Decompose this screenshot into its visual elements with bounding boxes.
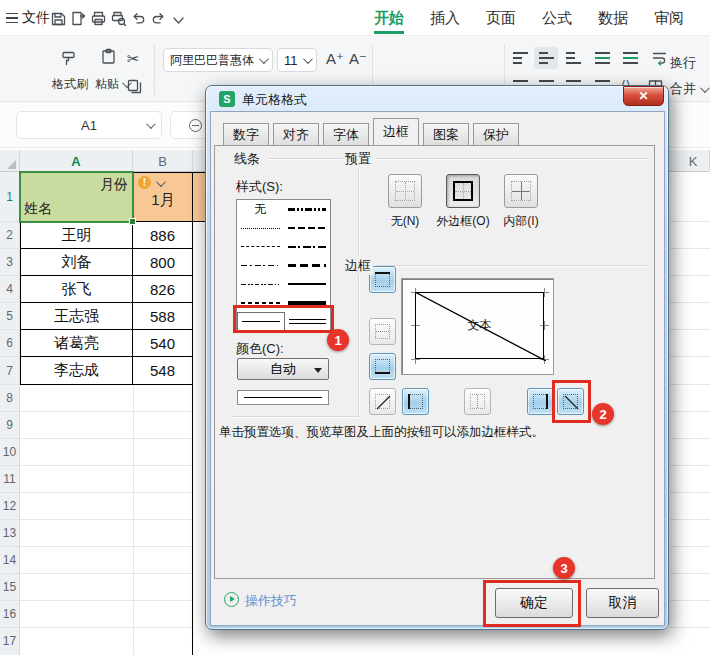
column-header-k[interactable]: K xyxy=(677,150,710,172)
cell-a1[interactable]: 月份 姓名 xyxy=(20,172,133,222)
gridline-row[interactable] xyxy=(670,601,710,628)
gridline-row[interactable] xyxy=(670,412,710,439)
line-style-dashed[interactable] xyxy=(237,294,284,313)
ok-button[interactable]: 确定 xyxy=(495,588,573,618)
gridline-row[interactable] xyxy=(670,439,710,466)
row-header-15[interactable]: 15 xyxy=(0,574,19,601)
undo-icon[interactable] xyxy=(130,10,147,27)
cell-value[interactable]: 800 xyxy=(133,249,193,275)
line-style-dashed-bold[interactable] xyxy=(284,256,331,275)
cell-c1-sliver[interactable] xyxy=(193,172,205,222)
chevron-down-icon[interactable] xyxy=(170,13,187,30)
color-dropdown[interactable]: 自动 xyxy=(237,358,329,380)
gridline-row[interactable] xyxy=(670,276,710,303)
gridline-row[interactable] xyxy=(670,303,710,330)
decrease-indent-icon[interactable] xyxy=(595,52,610,64)
cancel-button[interactable]: 取消 xyxy=(586,588,659,618)
line-style-none[interactable]: 无 xyxy=(237,200,284,219)
cell-name[interactable]: 王志强 xyxy=(21,303,133,329)
menu-tab-插入[interactable]: 插入 xyxy=(430,9,460,28)
dialog-tab-图案[interactable]: 图案 xyxy=(423,123,469,145)
increase-indent-icon[interactable] xyxy=(623,52,638,64)
font-size-combo[interactable]: 11 xyxy=(277,48,317,72)
font-name-combo[interactable]: 阿里巴巴普惠体 xyxy=(163,48,273,72)
border-right-button[interactable] xyxy=(527,388,554,415)
tips-link[interactable]: 操作技巧 xyxy=(245,592,297,610)
export-icon[interactable] xyxy=(70,10,87,27)
row-header-16[interactable]: 16 xyxy=(0,601,19,628)
dialog-tab-边框[interactable]: 边框 xyxy=(373,118,419,145)
border-bottom-button[interactable] xyxy=(369,353,396,380)
print-icon[interactable] xyxy=(90,10,107,27)
gridline-row[interactable] xyxy=(670,466,710,493)
gridline-row[interactable] xyxy=(670,330,710,357)
gridline-row[interactable] xyxy=(670,547,710,574)
gridline-row[interactable] xyxy=(670,574,710,601)
row-header-1[interactable]: 1 xyxy=(0,172,19,222)
cell-name[interactable]: 李志成 xyxy=(21,357,133,383)
cut-icon[interactable]: ✂ xyxy=(127,50,144,67)
line-style-dashed-med[interactable] xyxy=(284,219,331,238)
gridline-row[interactable] xyxy=(670,493,710,520)
row-header-11[interactable]: 11 xyxy=(0,466,19,493)
cell-name[interactable]: 诸葛亮 xyxy=(21,330,133,356)
format-painter-icon[interactable] xyxy=(60,50,77,67)
gridline-row[interactable] xyxy=(20,493,193,520)
dialog-tab-字体[interactable]: 字体 xyxy=(323,123,369,145)
gridline-row[interactable] xyxy=(670,385,710,412)
redo-icon[interactable] xyxy=(150,10,167,27)
border-preview-box[interactable]: 文本 xyxy=(401,278,554,375)
row-header-6[interactable]: 6 xyxy=(0,330,19,357)
preset-none-button[interactable] xyxy=(388,174,422,208)
row-header-8[interactable]: 8 xyxy=(0,385,19,412)
line-style-solid-bold[interactable] xyxy=(284,294,331,313)
border-inner-horizontal-button[interactable] xyxy=(369,318,396,345)
line-style-dash-dot-dot-med[interactable] xyxy=(284,200,331,219)
row-header-9[interactable]: 9 xyxy=(0,412,19,439)
decrease-font-button[interactable]: A⁻ xyxy=(349,50,367,68)
cell-name[interactable]: 刘备 xyxy=(21,249,133,275)
hamburger-menu-icon[interactable] xyxy=(6,13,18,23)
cell-value[interactable]: 826 xyxy=(133,276,193,302)
gridline-row[interactable] xyxy=(20,628,193,655)
line-style-solid-med[interactable] xyxy=(284,275,331,294)
line-style-dotted[interactable] xyxy=(237,219,284,238)
gridline-row[interactable] xyxy=(670,520,710,547)
increase-font-button[interactable]: A⁺ xyxy=(326,50,344,68)
align-middle-icon[interactable] xyxy=(539,52,554,64)
collapse-formula-bar-icon[interactable] xyxy=(189,119,202,132)
column-header-a[interactable]: A xyxy=(20,150,133,172)
line-style-double[interactable] xyxy=(285,312,331,331)
border-diagonal-down-button[interactable] xyxy=(557,388,584,415)
align-top-icon[interactable] xyxy=(513,52,528,64)
gridline-row[interactable] xyxy=(670,249,710,276)
preset-outline-button[interactable] xyxy=(446,174,480,208)
gridline-row[interactable] xyxy=(670,172,710,222)
paste-button[interactable]: 粘贴 xyxy=(95,76,129,93)
cell-value[interactable]: 886 xyxy=(133,222,193,248)
name-box[interactable]: A1 xyxy=(16,111,162,139)
row-header-4[interactable]: 4 xyxy=(0,276,19,303)
preset-inside-button[interactable] xyxy=(504,174,538,208)
dialog-tab-保护[interactable]: 保护 xyxy=(473,123,519,145)
dialog-tab-对齐[interactable]: 对齐 xyxy=(273,123,319,145)
align-bottom-icon[interactable] xyxy=(566,52,581,64)
merge-cells-button[interactable]: 合并 xyxy=(670,80,707,98)
gridline-row[interactable] xyxy=(670,628,710,655)
gridline-row[interactable] xyxy=(20,466,193,493)
line-style-dashed-fine[interactable] xyxy=(237,237,284,256)
border-inner-vertical-button[interactable] xyxy=(464,388,491,415)
row-header-7[interactable]: 7 xyxy=(0,357,19,384)
gridline-row[interactable] xyxy=(20,385,193,412)
fill-handle[interactable] xyxy=(129,218,136,225)
menu-tab-审阅[interactable]: 审阅 xyxy=(654,9,684,28)
print-preview-icon[interactable] xyxy=(110,10,127,27)
border-diagonal-up-button[interactable] xyxy=(369,388,396,415)
file-menu[interactable]: 文件 xyxy=(22,9,50,27)
cell-name[interactable]: 张飞 xyxy=(21,276,133,302)
gridline-row[interactable] xyxy=(20,574,193,601)
row-header-5[interactable]: 5 xyxy=(0,303,19,330)
cell-value[interactable]: 548 xyxy=(133,357,193,383)
menu-tab-开始[interactable]: 开始 xyxy=(374,9,404,28)
copy-icon[interactable] xyxy=(126,78,143,95)
